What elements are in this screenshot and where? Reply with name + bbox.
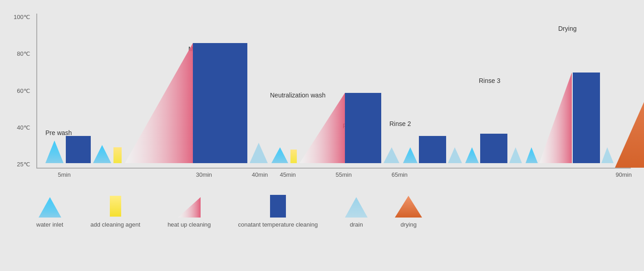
neutral-drain — [383, 147, 399, 163]
legend-drying: drying — [395, 195, 422, 228]
neutral-cleaning-agent — [290, 150, 297, 163]
y-axis: 100℃ 80℃ 60℃ 40℃ 25℃ — [14, 14, 30, 168]
legend: water inlet add cleaning agent — [36, 195, 626, 228]
pre-wash-cleaning-agent — [113, 147, 122, 163]
svg-marker-3 — [178, 197, 201, 218]
x-axis — [36, 168, 631, 169]
drying-svg — [615, 14, 644, 168]
x-tick-5min: 5min — [58, 171, 70, 178]
neutral-water-inlet — [271, 147, 288, 163]
rinse3-drain — [601, 147, 614, 163]
y-label-25: 25℃ — [17, 161, 30, 168]
rinse3-water — [526, 147, 538, 163]
legend-add-cleaning: add cleaning agent — [90, 195, 140, 228]
svg-marker-0 — [615, 14, 644, 168]
rinse1-water — [403, 147, 418, 163]
x-tick-65min: 65min — [392, 171, 408, 178]
rinse1-bar — [419, 136, 446, 163]
constant-temp-icon — [270, 195, 286, 218]
chart-container: 100℃ 80℃ 60℃ 40℃ 25℃ 5min 30min 40min 45… — [0, 0, 644, 271]
main-wash-bar — [193, 43, 247, 163]
svg-rect-2 — [110, 196, 121, 217]
legend-heat-up: heat up cleaning — [167, 195, 211, 228]
pre-wash-water2 — [93, 145, 111, 163]
legend-heat-up-label: heat up cleaning — [167, 221, 211, 228]
rinse3-heatup — [539, 73, 572, 163]
legend-add-cleaning-label: add cleaning agent — [90, 221, 140, 228]
x-tick-30min: 30min — [196, 171, 212, 178]
y-label-100: 100℃ — [14, 14, 30, 20]
rinse2-bar — [480, 134, 507, 163]
y-label-40: 40℃ — [17, 124, 30, 131]
x-tick-55min: 55min — [336, 171, 352, 178]
legend-water-inlet: water inlet — [36, 195, 63, 228]
water-inlet-icon — [39, 195, 61, 218]
legend-water-inlet-label: water inlet — [36, 221, 63, 228]
drying-icon — [395, 195, 422, 218]
x-tick-45min: 45min — [280, 171, 295, 178]
svg-marker-5 — [345, 197, 368, 218]
x-tick-90min: 90min — [616, 171, 632, 178]
legend-constant-temp: conatant temperature cleaning — [238, 195, 318, 228]
legend-drain: drain — [345, 195, 368, 228]
pre-wash-water-inlet — [45, 140, 64, 163]
heat-up-icon — [178, 195, 201, 218]
rinse1-drain — [448, 147, 462, 163]
legend-constant-temp-label: conatant temperature cleaning — [238, 221, 318, 228]
legend-drain-label: drain — [350, 221, 363, 228]
rinse3-bar — [573, 73, 600, 163]
drain-icon — [345, 195, 368, 218]
chart-svg — [36, 14, 631, 168]
svg-rect-4 — [270, 195, 286, 218]
rinse2-water — [465, 147, 479, 163]
svg-marker-6 — [395, 196, 422, 218]
neutral-bar — [345, 93, 381, 163]
legend-drying-label: drying — [400, 221, 416, 228]
add-cleaning-icon — [108, 195, 123, 218]
x-tick-40min: 40min — [252, 171, 268, 178]
neutral-heatup — [300, 93, 345, 163]
main-wash-heatup — [125, 43, 193, 163]
y-label-80: 80℃ — [17, 50, 30, 57]
y-label-60: 60℃ — [17, 87, 30, 94]
rinse2-drain — [509, 147, 522, 163]
main-wash-drain — [250, 143, 268, 163]
svg-marker-1 — [39, 197, 61, 218]
pre-wash-bar — [66, 136, 91, 163]
